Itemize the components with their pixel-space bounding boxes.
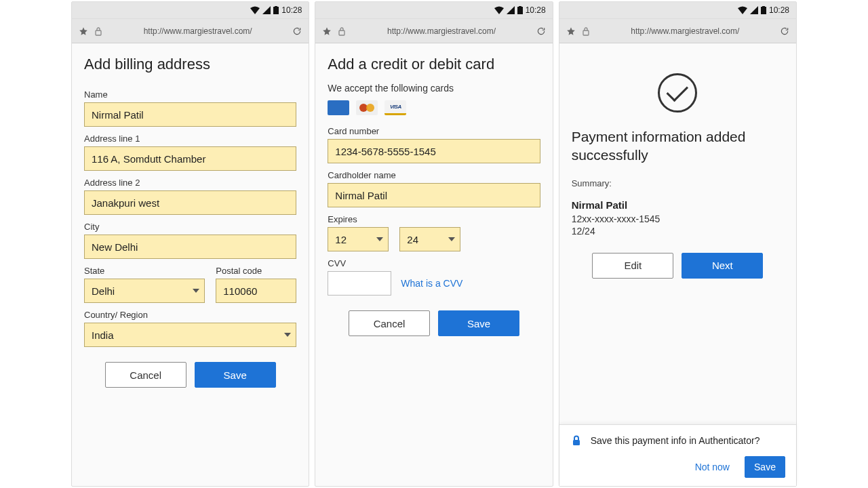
summary-masked: 12xx-xxxx-xxxx-1545 bbox=[572, 214, 784, 224]
country-select[interactable] bbox=[84, 323, 296, 347]
svg-rect-3 bbox=[517, 7, 523, 14]
label-addr2: Address line 2 bbox=[84, 178, 296, 188]
status-bar: 10:28 bbox=[559, 2, 796, 18]
status-time: 10:28 bbox=[769, 5, 789, 15]
reload-icon[interactable] bbox=[536, 26, 546, 36]
label-state: State bbox=[84, 266, 205, 276]
star-icon[interactable] bbox=[566, 26, 576, 36]
summary-label: Summary: bbox=[572, 178, 784, 188]
success-title: Payment information added successfully bbox=[572, 127, 784, 165]
reload-icon[interactable] bbox=[292, 26, 302, 36]
battery-icon bbox=[273, 6, 279, 14]
summary-name: Nirmal Patil bbox=[572, 199, 784, 211]
postal-field[interactable] bbox=[216, 279, 296, 303]
edit-button[interactable]: Edit bbox=[592, 253, 673, 279]
signal-icon bbox=[507, 6, 515, 14]
label-cardholder: Cardholder name bbox=[328, 170, 540, 180]
svg-rect-8 bbox=[583, 30, 589, 35]
amex-logo bbox=[328, 100, 349, 115]
exp-month-select[interactable] bbox=[328, 227, 389, 251]
phone-card: 10:28 http://www.margiestravel.com/ Add … bbox=[315, 1, 553, 487]
svg-rect-5 bbox=[339, 30, 344, 35]
lock-icon bbox=[94, 26, 103, 36]
url-text[interactable]: http://www.margiestravel.com/ bbox=[352, 26, 530, 36]
label-name: Name bbox=[84, 89, 296, 100]
cardholder-field[interactable] bbox=[328, 183, 540, 207]
phone-success: 10:28 http://www.margiestravel.com/ Paym… bbox=[559, 1, 797, 487]
toast-text: Save this payment info in Authenticator? bbox=[591, 435, 760, 446]
save-button[interactable]: Save bbox=[195, 362, 276, 388]
label-postal: Postal code bbox=[216, 266, 296, 276]
status-time: 10:28 bbox=[281, 5, 302, 15]
next-button[interactable]: Next bbox=[682, 253, 763, 279]
url-text[interactable]: http://www.margiestravel.com/ bbox=[108, 26, 287, 36]
label-city: City bbox=[84, 222, 296, 232]
url-bar: http://www.margiestravel.com/ bbox=[72, 18, 309, 43]
lock-icon bbox=[337, 26, 347, 36]
toast-save-button[interactable]: Save bbox=[745, 456, 785, 478]
city-field[interactable] bbox=[84, 235, 296, 259]
page-title: Add billing address bbox=[84, 56, 296, 73]
wifi-icon bbox=[494, 6, 504, 14]
checkmark-circle-icon bbox=[658, 73, 697, 113]
svg-rect-7 bbox=[762, 6, 765, 7]
signal-icon bbox=[750, 6, 758, 14]
url-bar: http://www.margiestravel.com/ bbox=[559, 18, 796, 43]
addr2-field[interactable] bbox=[84, 190, 296, 215]
authenticator-lock-icon bbox=[570, 434, 583, 447]
exp-year-select[interactable] bbox=[399, 227, 460, 251]
url-bar: http://www.margiestravel.com/ bbox=[315, 18, 552, 43]
cancel-button[interactable]: Cancel bbox=[105, 362, 186, 388]
star-icon[interactable] bbox=[322, 26, 332, 36]
svg-rect-1 bbox=[275, 6, 277, 7]
svg-rect-2 bbox=[96, 30, 101, 35]
cvv-help-link[interactable]: What is a CVV bbox=[401, 278, 462, 289]
card-number-field[interactable] bbox=[328, 139, 540, 163]
label-addr1: Address line 1 bbox=[84, 134, 296, 144]
battery-icon bbox=[517, 6, 523, 14]
lock-icon bbox=[581, 26, 591, 36]
addr1-field[interactable] bbox=[84, 146, 296, 171]
mastercard-logo bbox=[356, 100, 378, 115]
cvv-field[interactable] bbox=[328, 271, 391, 296]
svg-rect-6 bbox=[761, 7, 766, 14]
page-title: Add a credit or debit card bbox=[328, 56, 540, 73]
visa-logo: VISA bbox=[384, 100, 406, 115]
save-toast: Save this payment info in Authenticator?… bbox=[559, 424, 796, 486]
url-text[interactable]: http://www.margiestravel.com/ bbox=[596, 26, 774, 36]
svg-rect-4 bbox=[519, 6, 521, 7]
reload-icon[interactable] bbox=[780, 26, 789, 36]
svg-rect-0 bbox=[273, 7, 279, 14]
label-cvv: CVV bbox=[328, 258, 540, 268]
phone-billing: 10:28 http://www.margiestravel.com/ Add … bbox=[71, 1, 309, 487]
wifi-icon bbox=[738, 6, 747, 14]
not-now-button[interactable]: Not now bbox=[687, 456, 738, 478]
star-icon[interactable] bbox=[79, 26, 88, 36]
summary-exp: 12/24 bbox=[572, 226, 784, 237]
state-select[interactable] bbox=[84, 279, 205, 303]
label-expires: Expires bbox=[328, 214, 540, 224]
status-bar: 10:28 bbox=[72, 2, 309, 18]
cancel-button[interactable]: Cancel bbox=[349, 310, 430, 336]
label-card-number: Card number bbox=[328, 126, 540, 136]
status-bar: 10:28 bbox=[315, 2, 552, 18]
battery-icon bbox=[761, 6, 766, 14]
save-button[interactable]: Save bbox=[438, 310, 519, 336]
accept-text: We accept the following cards bbox=[328, 83, 540, 94]
status-time: 10:28 bbox=[526, 5, 546, 15]
name-field[interactable] bbox=[84, 102, 296, 127]
accepted-cards: VISA bbox=[328, 100, 540, 115]
label-country: Country/ Region bbox=[84, 310, 296, 320]
svg-rect-9 bbox=[573, 440, 580, 445]
wifi-icon bbox=[250, 6, 260, 14]
signal-icon bbox=[262, 6, 271, 14]
